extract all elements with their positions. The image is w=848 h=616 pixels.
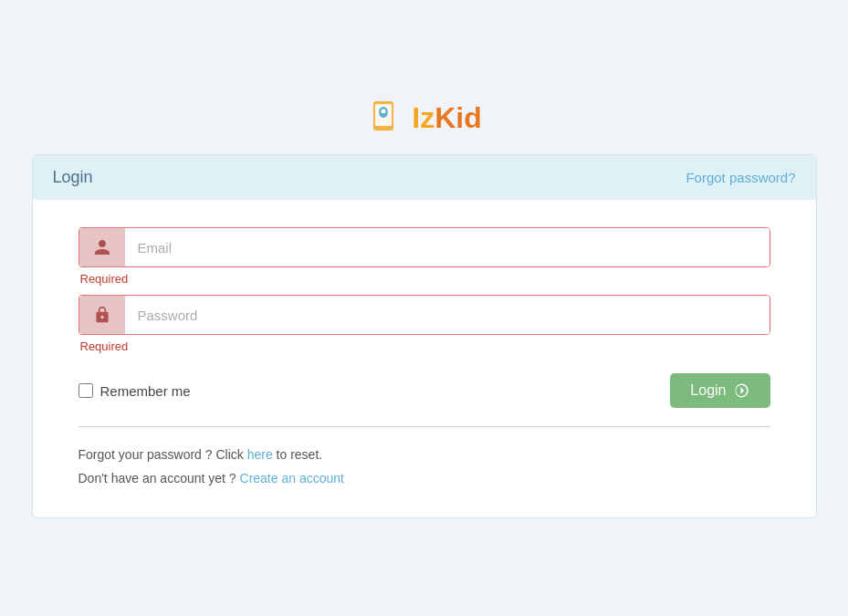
- email-icon-box: [79, 228, 125, 266]
- lock-icon: [93, 306, 111, 324]
- password-required-label: Required: [80, 339, 770, 353]
- email-input-group: Required: [79, 227, 770, 286]
- login-arrow-icon: [734, 382, 750, 399]
- page-wrapper: IzKid Login Forgot password? Re: [0, 79, 848, 536]
- remember-me-checkbox[interactable]: [79, 383, 93, 398]
- remember-me-text: Remember me: [100, 383, 191, 399]
- forgot-password-footer: Forgot your password ? Click here to res…: [79, 444, 770, 466]
- logo-iz: Iz: [412, 101, 434, 134]
- card-header: Login Forgot password?: [33, 155, 816, 200]
- logo-icon: [366, 98, 406, 138]
- remember-me-label[interactable]: Remember me: [79, 383, 191, 399]
- no-account-text: Don't have an account yet ?: [79, 471, 240, 485]
- login-button-label: Login: [690, 382, 726, 399]
- remember-login-row: Remember me Login: [79, 373, 770, 408]
- footer-links: Forgot your password ? Click here to res…: [79, 444, 770, 489]
- password-input-wrapper: [79, 295, 770, 335]
- reset-here-link[interactable]: here: [247, 447, 273, 462]
- logo-text: IzKid: [412, 101, 481, 135]
- svg-point-3: [382, 110, 386, 114]
- forgot-password-text: Forgot your password ? Click: [79, 447, 247, 462]
- login-button[interactable]: Login: [670, 373, 769, 408]
- password-field[interactable]: [125, 296, 769, 334]
- password-icon-box: [79, 296, 125, 334]
- card-title: Login: [53, 168, 93, 187]
- login-card: Login Forgot password? Required: [32, 154, 817, 517]
- email-input-wrapper: [79, 227, 770, 267]
- create-account-footer: Don't have an account yet ? Create an ac…: [79, 467, 770, 490]
- divider: [79, 426, 770, 427]
- email-field[interactable]: [125, 228, 769, 266]
- forgot-password-suffix: to reset.: [273, 447, 322, 462]
- card-body: Required Required Remember: [33, 200, 816, 517]
- create-account-link[interactable]: Create an account: [240, 471, 344, 485]
- password-input-group: Required: [79, 295, 770, 353]
- forgot-password-header-link[interactable]: Forgot password?: [686, 170, 795, 185]
- email-required-label: Required: [80, 272, 770, 286]
- user-icon: [93, 238, 111, 256]
- logo-area: IzKid: [366, 98, 481, 138]
- logo-kid: Kid: [434, 101, 482, 134]
